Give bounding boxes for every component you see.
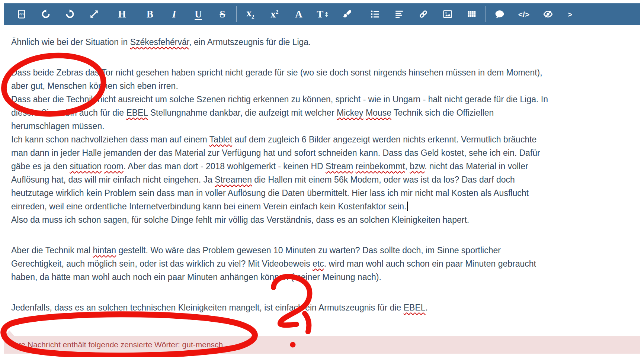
- svg-text:</>: </>: [18, 12, 25, 16]
- text-segment: heutzutage wirklich kein Problem sein da…: [11, 188, 529, 198]
- text-line: Gerechtigkeit, auch möglich sein, oder i…: [11, 257, 640, 270]
- text-line: einreden, weil eine ordentliche Internet…: [11, 200, 640, 213]
- text-segment: aber gut, Menschen können sich eben irre…: [11, 81, 178, 91]
- text-line: Ich kann schon nachvollziehen dass man a…: [11, 133, 640, 146]
- source-code-button[interactable]: </>: [13, 6, 30, 23]
- text-segment: Also da muss ich schon sagen, für solche…: [11, 215, 469, 225]
- text-segment: haben, da hätte man wohl auch noch ein p…: [11, 272, 381, 282]
- misspelled-word: Tablet: [209, 135, 232, 144]
- text-line: man dann in jeder Halle jemanden der das…: [11, 146, 640, 160]
- misspelled-word: Székesfehérvár: [130, 37, 189, 47]
- editor-content-area[interactable]: Ähnlich wie bei der Situation in Székesf…: [4, 25, 640, 357]
- text-segment: Auflösung hat, das will mir einfach nich…: [11, 175, 215, 184]
- text-line: herumschlagen müssen.: [11, 119, 640, 133]
- subscript-button[interactable]: x2: [242, 6, 259, 23]
- maximize-button[interactable]: [86, 6, 103, 23]
- undo-button[interactable]: [37, 6, 54, 23]
- misspelled-word: Mouse: [366, 108, 391, 118]
- editor-window: </>HBIUSx2x2AT↕</>>_ Ähnlich wie bei der…: [4, 3, 640, 357]
- redo-icon: [65, 9, 75, 19]
- text-segment: Dass beide Zebras das Tor nicht gesehen …: [11, 68, 542, 77]
- table-icon: [467, 9, 477, 19]
- toolbar-separator: [236, 6, 237, 22]
- terminal-icon: >_: [568, 10, 577, 18]
- text-segment: . Aber das man dort - 2018 wohlgemerkt -…: [124, 161, 326, 171]
- misspelled-word: hintan: [93, 245, 116, 255]
- italic-button[interactable]: I: [166, 6, 183, 23]
- image-icon: [443, 9, 452, 19]
- underline-button[interactable]: U: [190, 6, 207, 23]
- bold-icon: B: [147, 9, 153, 19]
- bullet-list-button[interactable]: [366, 6, 384, 23]
- toolbar-separator: [361, 6, 361, 22]
- image-button[interactable]: [439, 6, 456, 23]
- empty-line: [11, 226, 640, 244]
- text-line: Ähnlich wie bei der Situation in Székesf…: [11, 35, 640, 49]
- quote-icon: [495, 9, 504, 19]
- bold-button[interactable]: B: [141, 6, 158, 23]
- code-icon: </>: [518, 10, 529, 18]
- align-left-button[interactable]: [391, 6, 408, 23]
- eye-slash-icon: [543, 9, 553, 19]
- editor-toolbar: </>HBIUSx2x2AT↕</>>_: [4, 3, 640, 25]
- bullet-list-icon: [370, 9, 380, 19]
- text-segment: gäbe es ja den: [11, 161, 70, 171]
- misspelled-word: bzw: [410, 161, 424, 171]
- text-segment: man dann in jeder Halle jemanden der das…: [11, 148, 540, 158]
- quote-button[interactable]: [491, 6, 508, 23]
- link-button[interactable]: [415, 6, 432, 23]
- terminal-button[interactable]: >_: [564, 6, 581, 23]
- toolbar-separator: [486, 6, 486, 22]
- text-line: Jedenfalls, dass es an solchen technisch…: [11, 301, 640, 314]
- maximize-icon: [89, 9, 99, 19]
- underline-icon: U: [195, 9, 202, 19]
- text-segment: .: [426, 303, 428, 312]
- font-size-button[interactable]: T↕: [314, 6, 331, 23]
- text-segment: Technik sich die Offiziellen: [391, 108, 494, 118]
- text-segment: diesem Sinne bin auch für die: [11, 108, 126, 118]
- warning-pointer: [5, 330, 14, 336]
- eye-slash-button[interactable]: [539, 6, 557, 23]
- empty-line: [11, 49, 640, 66]
- font-color-icon: A: [295, 9, 302, 19]
- superscript-button[interactable]: x2: [266, 6, 283, 23]
- text-segment: Stellungnahme dankbar, die aufzeigt mit …: [148, 108, 337, 118]
- undo-icon: [41, 9, 51, 19]
- misspelled-word: reinbekommt: [356, 161, 405, 171]
- text-segment: die Hallen mit einem 56k Modem, oder was…: [252, 175, 515, 184]
- text-segment: , ein Armutszeugnis für die Liga.: [189, 37, 311, 47]
- misspelled-word: etc: [313, 259, 324, 268]
- text-line: aber gut, Menschen können sich eben irre…: [11, 79, 640, 93]
- text-caret: [407, 202, 408, 211]
- text-segment: . wird man wohl auch schon ein paar Minu…: [324, 259, 536, 268]
- misspelled-word: Streamen: [215, 175, 252, 184]
- heading-button[interactable]: H: [113, 6, 131, 23]
- link-icon: [419, 9, 428, 19]
- misspelled-word: situation: [70, 161, 102, 171]
- code-button[interactable]: </>: [515, 6, 532, 23]
- redo-button[interactable]: [61, 6, 79, 23]
- text-segment: Ich kann schon nachvollziehen dass man a…: [11, 135, 209, 144]
- italic-icon: I: [172, 9, 176, 19]
- font-size-icon: T↕: [317, 9, 329, 19]
- text-segment: auf dem zugleich 6 Bilder angezeigt werd…: [232, 135, 536, 144]
- text-segment: Jedenfalls, dass es an solchen technisch…: [11, 303, 404, 312]
- text-segment: . nicht das Material in voller: [424, 161, 528, 171]
- paintbrush-button[interactable]: [339, 6, 356, 23]
- text-line: Also da muss ich schon sagen, für solche…: [11, 213, 640, 226]
- misspelled-word: EBEL: [404, 303, 426, 312]
- text-segment: einreden, weil eine ordentliche Internet…: [11, 202, 407, 211]
- text-segment: Dass aber die Technik nicht ausreicht um…: [11, 94, 548, 104]
- strikethrough-button[interactable]: S: [214, 6, 231, 23]
- table-button[interactable]: [463, 6, 480, 23]
- heading-icon: H: [118, 9, 126, 19]
- empty-line: [11, 284, 640, 301]
- text-line: gäbe es ja den situation room. Aber das …: [11, 160, 640, 173]
- text-line: Aber die Technik mal hintan gestellt. Wo…: [11, 244, 640, 257]
- text-segment: herumschlagen müssen.: [11, 121, 105, 131]
- toolbar-separator: [108, 6, 108, 22]
- font-color-button[interactable]: A: [290, 6, 307, 23]
- text-segment: gestellt. Wo wäre das Problem gewesen 10…: [116, 245, 501, 255]
- align-left-icon: [394, 9, 404, 19]
- text-line: Auflösung hat, das will mir einfach nich…: [11, 173, 640, 186]
